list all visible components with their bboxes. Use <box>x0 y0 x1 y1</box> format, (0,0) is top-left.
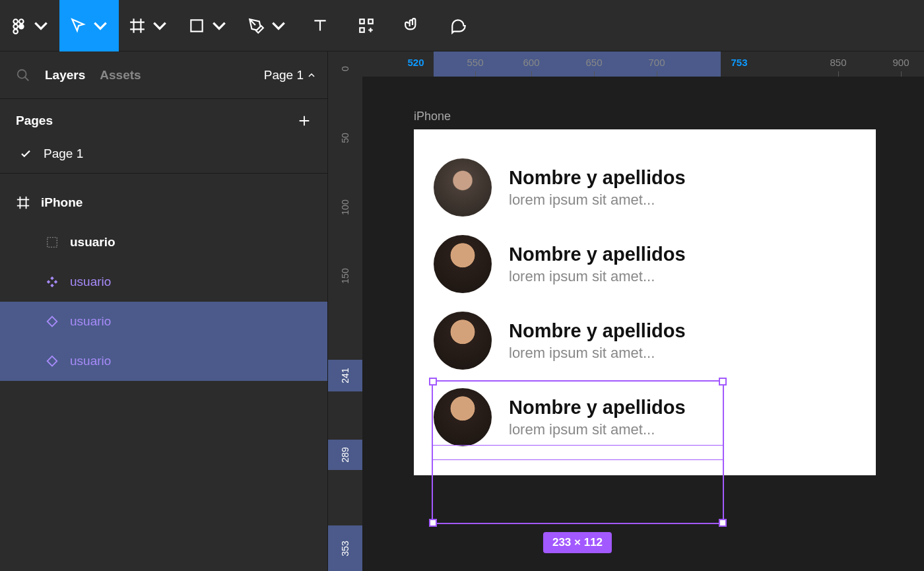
user-card[interactable]: Nombre y apellidos lorem ipsum sit amet.… <box>414 226 876 302</box>
selection-handle[interactable] <box>429 519 437 527</box>
hand-tool-button[interactable] <box>389 0 436 51</box>
ruler-tick: 50 <box>340 133 350 143</box>
rectangle-icon <box>188 17 205 34</box>
user-name: Nombre y apellidos <box>509 244 686 265</box>
user-card[interactable]: Nombre y apellidos lorem ipsum sit amet.… <box>414 149 876 226</box>
layer-label: usuario <box>70 275 111 289</box>
user-text: Nombre y apellidos lorem ipsum sit amet.… <box>509 320 686 362</box>
top-toolbar <box>0 0 924 51</box>
svg-rect-8 <box>360 28 364 32</box>
avatar <box>434 158 492 217</box>
avatar <box>434 388 492 446</box>
text-icon <box>312 17 329 34</box>
shape-tool-button[interactable] <box>178 0 238 51</box>
frame-icon <box>129 17 146 34</box>
layers-tree: iPhone usuario usuario usuario usuario <box>0 174 327 381</box>
group-icon <box>45 235 59 250</box>
layer-label: iPhone <box>41 195 82 210</box>
user-subtitle: lorem ipsum sit amet... <box>509 421 686 438</box>
horizontal-ruler[interactable]: 520 550 600 650 700 753 850 900 <box>362 51 924 77</box>
ruler-tick: 600 <box>523 57 539 68</box>
vertical-ruler[interactable]: 0 50 100 150 241 289 353 <box>328 51 362 571</box>
page-selector[interactable]: Page 1 <box>264 68 315 83</box>
layer-instance-usuario[interactable]: usuario <box>0 302 327 341</box>
layer-instance-usuario[interactable]: usuario <box>0 341 327 381</box>
ruler-tick: 850 <box>830 57 846 68</box>
comment-icon <box>450 17 467 34</box>
hand-icon <box>404 17 421 34</box>
ruler-selection-marker: 289 <box>328 440 362 470</box>
user-name: Nombre y apellidos <box>509 167 686 189</box>
svg-point-1 <box>19 19 24 24</box>
svg-point-4 <box>13 29 18 34</box>
layer-label: usuario <box>70 354 111 368</box>
svg-rect-6 <box>360 19 364 24</box>
pages-section: Pages Page 1 <box>0 99 327 174</box>
page-item-label: Page 1 <box>44 147 83 161</box>
user-subtitle: lorem ipsum sit amet... <box>509 268 686 285</box>
user-card[interactable]: Nombre y apellidos lorem ipsum sit amet.… <box>414 379 876 455</box>
svg-rect-5 <box>191 20 202 31</box>
ruler-tick: 700 <box>648 57 665 68</box>
canvas-area: 520 550 600 650 700 753 850 900 iPhone N… <box>362 51 924 571</box>
left-panel: Layers Assets Page 1 Pages Page 1 iPhone <box>0 51 328 571</box>
ruler-selection-marker: 241 <box>328 360 362 391</box>
page-selector-label: Page 1 <box>264 68 304 83</box>
add-page-button[interactable] <box>297 114 312 128</box>
avatar <box>434 312 492 370</box>
chevron-down-icon <box>270 17 287 34</box>
check-icon <box>20 148 32 160</box>
svg-point-9 <box>18 69 26 78</box>
avatar <box>434 235 492 293</box>
svg-point-2 <box>13 24 18 28</box>
svg-point-3 <box>19 24 24 28</box>
layers-tab[interactable]: Layers <box>45 68 85 83</box>
frame-title[interactable]: iPhone <box>414 110 451 123</box>
instance-icon <box>45 354 59 368</box>
figma-menu-button[interactable] <box>0 0 59 51</box>
user-subtitle: lorem ipsum sit amet... <box>509 345 686 362</box>
canvas-viewport[interactable]: iPhone Nombre y apellidos lorem ipsum si… <box>362 77 924 571</box>
component-icon <box>45 275 59 289</box>
pages-header: Pages <box>16 114 312 128</box>
chevron-up-icon <box>308 71 315 79</box>
instance-icon <box>45 314 59 329</box>
move-tool-button[interactable] <box>59 0 119 51</box>
ruler-tick: 150 <box>340 268 350 283</box>
comment-tool-button[interactable] <box>436 0 482 51</box>
ruler-tick: 550 <box>467 57 483 68</box>
pen-icon <box>248 17 265 34</box>
svg-rect-7 <box>368 19 373 24</box>
layer-component-usuario[interactable]: usuario <box>0 262 327 302</box>
ruler-selection-marker: 353 <box>328 525 362 571</box>
pages-title: Pages <box>16 114 53 128</box>
main-area: Layers Assets Page 1 Pages Page 1 iPhone <box>0 51 924 571</box>
chevron-down-icon <box>211 17 228 34</box>
page-item[interactable]: Page 1 <box>16 147 312 161</box>
svg-rect-10 <box>48 238 57 248</box>
search-icon[interactable] <box>16 68 30 83</box>
cursor-icon <box>69 17 86 34</box>
frame-iphone[interactable]: Nombre y apellidos lorem ipsum sit amet.… <box>414 129 876 475</box>
resources-tool-button[interactable] <box>343 0 389 51</box>
ruler-tick: 0 <box>340 66 350 71</box>
user-text: Nombre y apellidos lorem ipsum sit amet.… <box>509 167 686 209</box>
pen-tool-button[interactable] <box>238 0 297 51</box>
chevron-down-icon <box>32 17 50 34</box>
ruler-tick: 520 <box>407 57 424 68</box>
selection-handle[interactable] <box>719 519 727 527</box>
svg-point-0 <box>13 19 18 24</box>
user-card[interactable]: Nombre y apellidos lorem ipsum sit amet.… <box>414 302 876 379</box>
resources-icon <box>358 17 375 34</box>
user-text: Nombre y apellidos lorem ipsum sit amet.… <box>509 244 686 285</box>
text-tool-button[interactable] <box>297 0 343 51</box>
ruler-tick: 900 <box>892 57 909 68</box>
frame-tool-button[interactable] <box>119 0 178 51</box>
user-name: Nombre y apellidos <box>509 397 686 419</box>
layer-frame-iphone[interactable]: iPhone <box>0 183 327 222</box>
ruler-tick: 650 <box>585 57 602 68</box>
panel-header: Layers Assets Page 1 <box>0 51 327 99</box>
layer-group-usuario[interactable]: usuario <box>0 222 327 262</box>
assets-tab[interactable]: Assets <box>100 68 141 83</box>
layer-label: usuario <box>70 235 116 250</box>
